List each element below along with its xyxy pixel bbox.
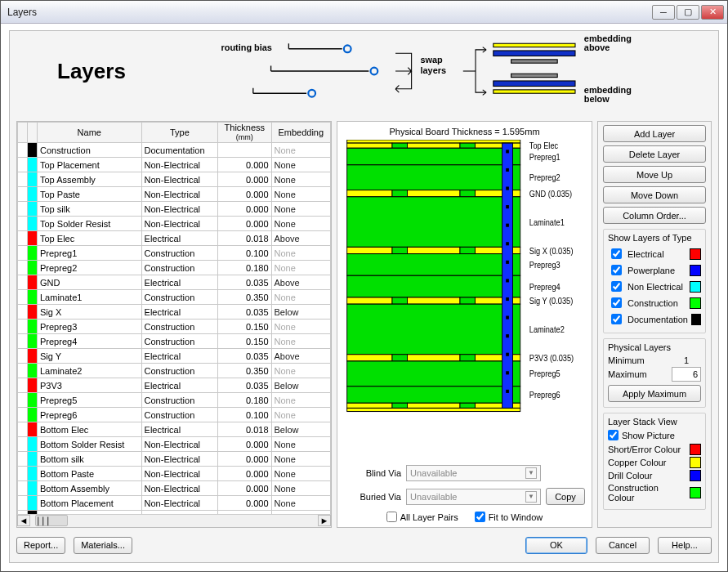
swatch-icon <box>690 487 701 498</box>
svg-rect-69 <box>347 403 392 408</box>
ok-button[interactable]: OK <box>525 537 587 554</box>
apply-maximum-button[interactable]: Apply Maximum <box>608 385 701 402</box>
colour-row[interactable]: Construction Colour <box>608 483 701 503</box>
report-button[interactable]: Report... <box>16 537 65 554</box>
scroll-right-arrow[interactable]: ► <box>318 515 331 526</box>
show-type-checkbox[interactable] <box>611 265 622 275</box>
table-row[interactable]: P3V3Electrical0.035Below <box>18 378 331 393</box>
minimize-button[interactable]: ─ <box>652 5 675 20</box>
svg-rect-54 <box>392 297 407 304</box>
table-row[interactable]: Bottom PlacementNon-Electrical0.000None <box>18 496 331 511</box>
table-row[interactable]: Prepreg3Construction0.150None <box>18 320 331 334</box>
show-type-row[interactable]: Construction <box>608 295 701 311</box>
col-header-type[interactable]: Type <box>141 123 218 143</box>
materials-button[interactable]: Materials... <box>74 537 132 554</box>
table-row[interactable]: Bottom PasteNon-Electrical0.000None <box>18 467 331 481</box>
svg-rect-36 <box>392 190 407 197</box>
table-row[interactable]: Prepreg4Construction0.150None <box>18 334 331 349</box>
show-type-row[interactable]: Powerplane <box>608 262 701 278</box>
show-type-row[interactable]: Electrical <box>608 246 701 261</box>
colour-row[interactable]: Copper Colour <box>608 457 701 468</box>
table-row[interactable]: Sig YElectrical0.035Above <box>18 349 331 364</box>
page-title: Layers <box>57 59 126 84</box>
col-header-color[interactable] <box>28 123 38 143</box>
swatch-icon <box>690 281 701 293</box>
swatch-icon <box>690 470 701 481</box>
stack-panel: Physical Board Thickness = 1.595mm Top E… <box>337 121 592 528</box>
blind-via-select[interactable]: Unavailable ▼ <box>406 465 541 481</box>
table-row[interactable]: GNDElectrical0.035Above <box>18 275 331 290</box>
layer-table[interactable]: Name Type Thickness(mm) Embedding Constr… <box>17 122 331 514</box>
copy-button[interactable]: Copy <box>546 488 585 505</box>
table-row[interactable]: Laminate1Construction0.350None <box>18 290 331 305</box>
colour-row[interactable]: Drill Colour <box>608 470 701 481</box>
scroll-left-arrow[interactable]: ◄ <box>17 515 30 526</box>
svg-text:GND (0.035): GND (0.035) <box>529 189 572 199</box>
buried-via-label: Buried Via <box>344 492 401 502</box>
svg-rect-86 <box>506 334 509 337</box>
svg-rect-52 <box>407 297 460 304</box>
show-type-row[interactable]: Non Electrical <box>608 279 701 294</box>
maximize-button[interactable]: ▢ <box>677 5 699 20</box>
svg-rect-26 <box>392 143 407 148</box>
table-row[interactable]: Sig XElectrical0.035Below <box>18 305 331 320</box>
show-picture-checkbox[interactable]: Show Picture <box>608 430 701 440</box>
table-row[interactable]: Top Solder ResistNon-Electrical0.000None <box>18 217 331 231</box>
move-down-button[interactable]: Move Down <box>603 186 706 203</box>
table-row[interactable]: Prepreg6Construction0.100None <box>18 408 331 422</box>
table-row[interactable]: Bottom silkNon-Electrical0.000None <box>18 452 331 467</box>
svg-rect-72 <box>392 403 407 408</box>
fit-to-window-checkbox[interactable]: Fit to Window <box>475 512 543 522</box>
col-header-thickness[interactable]: Thickness(mm) <box>218 123 271 143</box>
col-header-handle[interactable] <box>18 123 28 143</box>
show-type-checkbox[interactable] <box>611 314 622 324</box>
col-header-name[interactable]: Name <box>38 123 142 143</box>
close-button[interactable]: ✕ <box>701 5 724 20</box>
delete-layer-button[interactable]: Delete Layer <box>603 145 706 163</box>
table-row[interactable]: Top silkNon-Electrical0.000None <box>18 202 331 217</box>
svg-text:Laminate2: Laminate2 <box>529 325 565 335</box>
move-up-button[interactable]: Move Up <box>603 166 706 183</box>
show-type-checkbox[interactable] <box>611 248 622 259</box>
layer-table-scroll[interactable]: Name Type Thickness(mm) Embedding Constr… <box>17 122 331 514</box>
table-row[interactable]: Prepreg2Construction0.180None <box>18 261 331 275</box>
physical-max-input[interactable] <box>672 367 701 382</box>
svg-text:routing bias: routing bias <box>221 42 271 52</box>
svg-rect-34 <box>407 190 460 197</box>
table-row[interactable]: Top ElecElectrical0.018Above <box>18 231 331 246</box>
svg-rect-42 <box>407 247 460 253</box>
add-layer-button[interactable]: Add Layer <box>603 125 706 142</box>
scroll-thumb[interactable]: ∣∣∣ <box>35 515 68 526</box>
table-row[interactable]: Prepreg1Construction0.100None <box>18 246 331 261</box>
table-row[interactable]: Bottom ElecElectrical0.018Below <box>18 422 331 437</box>
svg-rect-51 <box>347 297 392 304</box>
svg-rect-33 <box>347 190 392 197</box>
svg-point-1 <box>344 45 351 52</box>
physical-layers-group: Physical Layers Minimum1 Maximum Apply M… <box>603 338 706 408</box>
table-row[interactable]: Bottom Solder ResistNon-Electrical0.000N… <box>18 437 331 452</box>
show-type-row[interactable]: Documentation <box>608 311 701 327</box>
col-header-embedding[interactable]: Embedding <box>271 123 330 143</box>
all-layer-pairs-checkbox[interactable]: All Layer Pairs <box>386 512 458 522</box>
hscrollbar[interactable]: ◄ ∣∣∣ ► <box>17 514 331 527</box>
table-row[interactable]: Laminate2Construction0.350None <box>18 364 331 378</box>
show-type-checkbox[interactable] <box>611 297 622 308</box>
side-panel: Add Layer Delete Layer Move Up Move Down… <box>597 121 712 528</box>
svg-rect-71 <box>475 403 520 408</box>
table-row[interactable]: ConstructionDocumentationNone <box>18 143 331 158</box>
column-order-button[interactable]: Column Order... <box>603 207 706 224</box>
table-row[interactable]: Top PasteNon-Electrical0.000None <box>18 187 331 202</box>
help-button[interactable]: Help... <box>658 537 712 554</box>
table-row[interactable]: Prepreg5Construction0.180None <box>18 393 331 408</box>
buried-via-select[interactable]: Unavailable ▼ <box>406 489 541 505</box>
svg-rect-53 <box>475 297 520 304</box>
show-type-checkbox[interactable] <box>611 281 622 292</box>
colour-row[interactable]: Short/Error Colour <box>608 444 701 455</box>
stack-title: Physical Board Thickness = 1.595mm <box>344 127 585 136</box>
cancel-button[interactable]: Cancel <box>596 537 650 554</box>
swatch-icon <box>690 457 701 468</box>
table-row[interactable]: Bottom AssemblyNon-Electrical0.000None <box>18 481 331 496</box>
table-row[interactable]: Top AssemblyNon-Electrical0.000None <box>18 172 331 187</box>
table-row[interactable]: Top PlacementNon-Electrical0.000None <box>18 158 331 172</box>
svg-rect-45 <box>460 247 475 253</box>
